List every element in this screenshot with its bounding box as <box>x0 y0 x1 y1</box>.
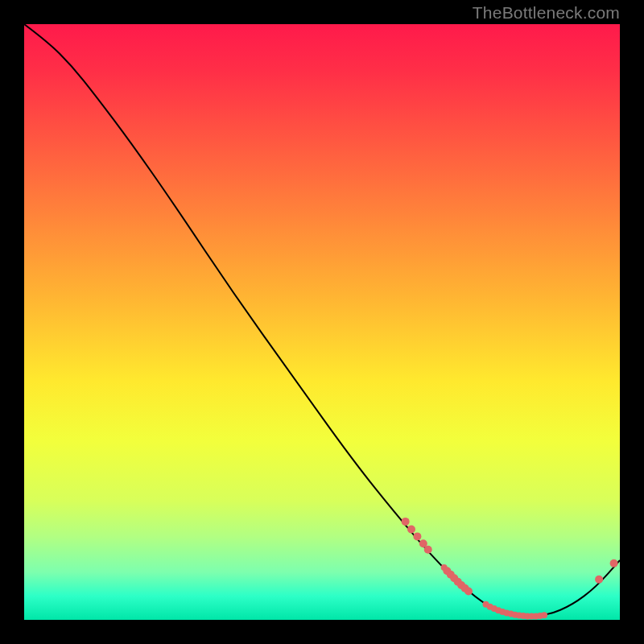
data-dot <box>595 576 603 584</box>
chart-stage: TheBottleneck.com <box>0 0 644 644</box>
data-dot <box>464 587 473 595</box>
chart-svg <box>24 24 620 620</box>
data-dot <box>402 518 410 526</box>
data-dot <box>413 532 421 540</box>
data-dots <box>402 518 618 620</box>
data-dot <box>407 526 415 534</box>
data-dot <box>610 559 618 568</box>
data-dot <box>541 612 547 618</box>
curve-line <box>24 24 620 616</box>
plot-area <box>24 24 620 620</box>
watermark-text: TheBottleneck.com <box>473 3 620 23</box>
data-dot <box>424 546 432 554</box>
